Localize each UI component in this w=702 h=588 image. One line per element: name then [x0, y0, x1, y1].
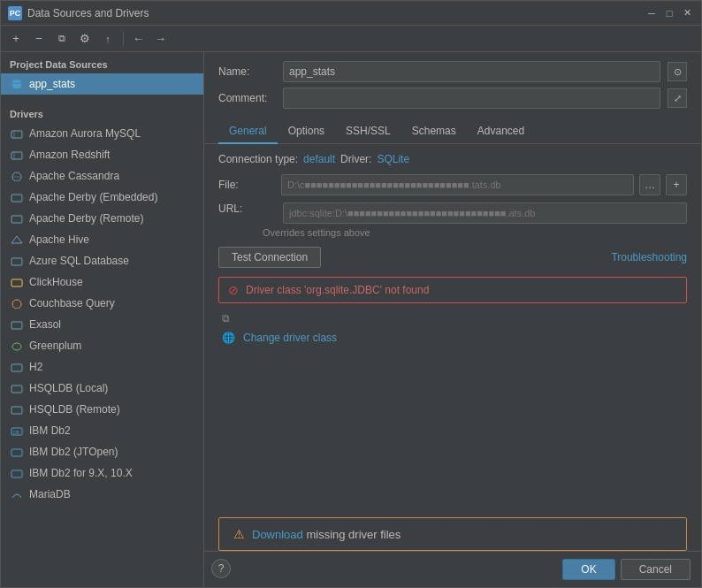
- svg-text:DB: DB: [13, 430, 20, 435]
- file-row: File: … +: [218, 174, 687, 195]
- sidebar-item-ibm-db2-jtopen[interactable]: IBM Db2 (JTOpen): [1, 441, 203, 462]
- driver-label: Apache Derby (Embedded): [29, 191, 157, 203]
- driver-label: IBM Db2 (JTOpen): [29, 446, 118, 458]
- sidebar-item-amazon-aurora[interactable]: Amazon Aurora MySQL: [1, 123, 203, 144]
- bottom-bar: ? OK Cancel: [204, 551, 701, 587]
- sidebar: Project Data Sources app_stats Drivers A: [1, 52, 204, 587]
- driver-label: Amazon Aurora MySQL: [29, 127, 141, 140]
- add-button[interactable]: +: [6, 29, 26, 49]
- comment-expand-button[interactable]: ⤢: [668, 88, 687, 108]
- download-link[interactable]: Download: [252, 528, 303, 541]
- driver-label: Exasol: [29, 318, 61, 331]
- duplicate-button[interactable]: ⧉: [52, 29, 72, 49]
- datasource-label: app_stats: [29, 78, 75, 90]
- error-box: ⊘ Driver class 'org.sqlite.JDBC' not fou…: [218, 277, 687, 303]
- sidebar-item-ibm-db2-9x[interactable]: IBM Db2 for 9.X, 10.X: [1, 462, 203, 484]
- svg-rect-21: [11, 470, 22, 477]
- sidebar-item-azure-sql[interactable]: Azure SQL Database: [1, 250, 203, 271]
- file-add-button[interactable]: +: [666, 174, 687, 195]
- driver-icon: [10, 275, 24, 289]
- sidebar-item-amazon-redshift[interactable]: Amazon Redshift: [1, 144, 203, 165]
- sidebar-item-apache-hive[interactable]: Apache Hive: [1, 229, 203, 250]
- driver-label: HSQLDB (Remote): [29, 403, 120, 416]
- help-button[interactable]: ?: [211, 559, 231, 578]
- project-section-title: Project Data Sources: [1, 52, 203, 73]
- sidebar-item-apache-cassandra[interactable]: Apache Cassandra: [1, 165, 203, 187]
- driver-icon: [10, 360, 24, 374]
- driver-label: IBM Db2: [29, 424, 71, 437]
- cancel-button[interactable]: Cancel: [621, 559, 691, 580]
- connection-type-label: Connection type:: [218, 153, 298, 165]
- driver-icon: DB: [10, 424, 24, 438]
- remove-button[interactable]: −: [29, 29, 49, 49]
- test-connection-button[interactable]: Test Connection: [218, 247, 321, 268]
- driver-label: MariaDB: [29, 488, 71, 500]
- ok-button[interactable]: OK: [562, 559, 614, 580]
- driver-icon: [10, 317, 24, 332]
- error-icon: ⊘: [228, 283, 239, 297]
- sidebar-item-apache-derby-remote[interactable]: Apache Derby (Remote): [1, 208, 203, 229]
- copy-action-row: ⧉: [222, 309, 687, 328]
- connection-type-value[interactable]: default: [303, 153, 335, 165]
- maximize-button[interactable]: □: [662, 6, 676, 20]
- test-connection-row: Test Connection Troubleshooting: [218, 247, 687, 268]
- download-suffix: missing driver files: [303, 528, 401, 541]
- sidebar-item-exasol[interactable]: Exasol: [1, 314, 203, 335]
- svg-rect-8: [11, 216, 22, 223]
- tab-advanced[interactable]: Advanced: [467, 119, 535, 144]
- settings-button[interactable]: ⚙: [75, 29, 95, 49]
- driver-icon: [10, 233, 24, 247]
- toolbar: + − ⧉ ⚙ ↑ ← →: [1, 26, 701, 52]
- back-button[interactable]: ←: [129, 30, 148, 47]
- svg-rect-1: [11, 131, 22, 138]
- globe-icon: 🌐: [222, 332, 236, 344]
- comment-input[interactable]: [283, 88, 660, 109]
- error-message: Driver class 'org.sqlite.JDBC' not found: [246, 284, 429, 296]
- tab-general[interactable]: General: [218, 119, 278, 144]
- svg-rect-3: [11, 152, 22, 159]
- file-label: File:: [218, 179, 276, 191]
- tab-schemas[interactable]: Schemas: [401, 119, 467, 144]
- sidebar-item-apache-derby-embedded[interactable]: Apache Derby (Embedded): [1, 187, 203, 208]
- close-button[interactable]: ✕: [680, 6, 694, 20]
- export-button[interactable]: ↑: [98, 29, 118, 49]
- file-browse-button[interactable]: …: [639, 174, 660, 195]
- main-content: Project Data Sources app_stats Drivers A: [1, 52, 701, 587]
- svg-point-12: [12, 300, 21, 309]
- driver-icon: [10, 487, 24, 501]
- sidebar-item-hsqldb-local[interactable]: HSQLDB (Local): [1, 378, 203, 399]
- driver-label: Couchbase Query: [29, 297, 115, 309]
- name-input[interactable]: [283, 61, 660, 82]
- sidebar-item-couchbase[interactable]: Couchbase Query: [1, 293, 203, 314]
- sidebar-item-ibm-db2[interactable]: DB IBM Db2: [1, 420, 203, 441]
- change-driver-row: 🌐 Change driver class: [222, 328, 687, 347]
- sidebar-item-mariadb[interactable]: MariaDB: [1, 484, 203, 505]
- sidebar-item-hsqldb-remote[interactable]: HSQLDB (Remote): [1, 399, 203, 420]
- sidebar-item-app-stats[interactable]: app_stats: [1, 73, 203, 95]
- sidebar-item-clickhouse[interactable]: ClickHouse: [1, 271, 203, 293]
- sidebar-item-greenplum[interactable]: Greenplum: [1, 335, 203, 356]
- driver-value[interactable]: SQLite: [377, 153, 409, 165]
- driver-label: ClickHouse: [29, 276, 83, 288]
- override-hint: Overrides settings above: [218, 227, 687, 238]
- driver-label: Greenplum: [29, 340, 81, 352]
- driver-label: Amazon Redshift: [29, 149, 110, 161]
- svg-rect-20: [11, 449, 22, 456]
- tab-options[interactable]: Options: [278, 119, 335, 144]
- datasource-icon: [10, 77, 24, 91]
- minimize-button[interactable]: ─: [645, 6, 659, 20]
- tab-sshssl[interactable]: SSH/SSL: [335, 119, 401, 144]
- driver-label: H2: [29, 361, 42, 373]
- name-expand-button[interactable]: ⊙: [668, 62, 687, 81]
- change-driver-link[interactable]: Change driver class: [243, 332, 337, 344]
- sidebar-item-h2[interactable]: H2: [1, 356, 203, 378]
- drivers-section-title: Drivers: [1, 102, 203, 123]
- url-input[interactable]: [283, 202, 687, 224]
- svg-rect-10: [11, 258, 22, 265]
- svg-rect-7: [11, 195, 22, 202]
- file-input[interactable]: [281, 174, 634, 195]
- troubleshooting-link[interactable]: Troubleshooting: [611, 251, 687, 263]
- title-bar: PC Data Sources and Drivers ─ □ ✕: [1, 1, 701, 26]
- forward-button[interactable]: →: [151, 30, 170, 47]
- driver-icon: [10, 339, 24, 353]
